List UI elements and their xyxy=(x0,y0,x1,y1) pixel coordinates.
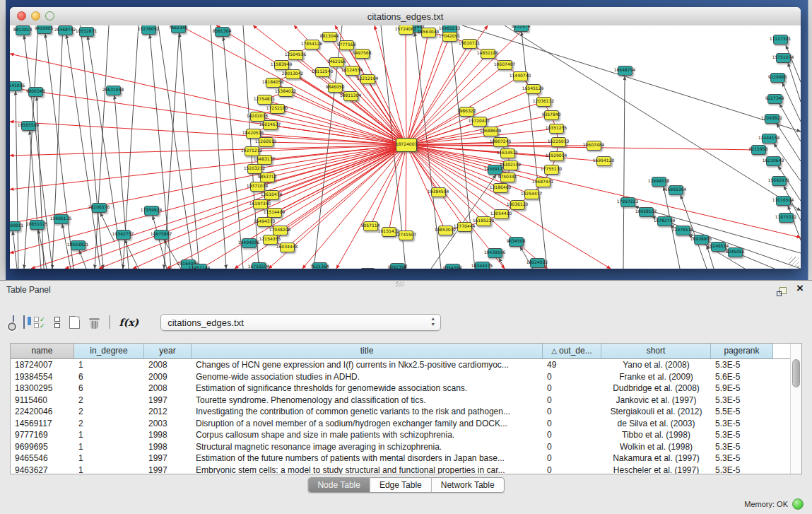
table-row[interactable]: 1872400712008Changes of HCN gene express… xyxy=(11,359,801,371)
network-node[interactable]: 19610721 xyxy=(462,39,477,49)
table-row[interactable]: 911546021997Tourette syndrome. Phenomeno… xyxy=(11,395,801,407)
network-node[interactable]: 12444154 xyxy=(762,134,777,144)
network-node[interactable]: 9357840 xyxy=(544,110,559,120)
network-node[interactable]: 16648794 xyxy=(618,66,632,76)
network-node[interactable]: 9416905 xyxy=(37,25,52,34)
network-node[interactable]: 7625364 xyxy=(312,262,327,269)
network-node[interactable]: 9846050 xyxy=(328,83,343,93)
network-node[interactable]: 10254417 xyxy=(524,189,539,199)
network-node[interactable]: 11875312 xyxy=(779,213,794,223)
network-node[interactable]: 20206576 xyxy=(92,203,107,213)
network-node[interactable]: 15954120 xyxy=(596,156,611,166)
minimize-button[interactable] xyxy=(31,11,40,21)
delete-columns-icon[interactable] xyxy=(89,316,100,329)
table-row[interactable]: 946362711997Embryonic stem cells: a mode… xyxy=(11,465,801,475)
network-node[interactable]: 9354584 xyxy=(445,264,460,269)
table-row[interactable]: 1456911722003Disruption of a novel membe… xyxy=(11,418,801,430)
network-node[interactable]: 12504556 xyxy=(288,50,303,60)
network-node[interactable]: 8215958 xyxy=(751,145,766,155)
network-node[interactable]: 11451144 xyxy=(192,264,207,269)
network-node[interactable]: 15751074 xyxy=(776,53,791,63)
network-node[interactable]: 16938905 xyxy=(694,235,709,245)
close-button[interactable] xyxy=(17,11,26,21)
table-row[interactable]: 977716911998Corpus callosum shape and si… xyxy=(11,429,801,441)
column-header-pagerank[interactable]: pagerank xyxy=(711,344,773,358)
network-node[interactable]: 16955364 xyxy=(669,185,683,195)
close-panel-icon[interactable]: × xyxy=(796,282,804,294)
column-header-name[interactable]: name xyxy=(11,344,74,358)
network-node[interactable]: 11514409 xyxy=(267,208,282,218)
column-header-out_degree[interactable]: △out_de... xyxy=(543,344,601,358)
network-node[interactable]: 20013042 xyxy=(286,69,300,79)
network-node[interactable]: 11583949 xyxy=(274,60,289,70)
network-node[interactable]: 10246514 xyxy=(711,242,726,252)
network-node[interactable]: 18420516 xyxy=(246,129,261,139)
network-node[interactable]: 11614521 xyxy=(500,148,515,158)
network-node[interactable]: 18503821 xyxy=(71,240,86,250)
network-node[interactable]: 15203212 xyxy=(247,164,262,174)
network-node[interactable]: 9634508 xyxy=(509,237,524,247)
network-node[interactable]: 20368752 xyxy=(58,25,73,35)
table-row[interactable]: 1830029562008Estimation of significance … xyxy=(11,382,801,395)
network-node[interactable]: 10351255 xyxy=(549,124,564,134)
network-node[interactable]: 16302102 xyxy=(503,160,518,170)
network-node[interactable]: 9245052 xyxy=(728,247,743,257)
network-node[interactable]: 17957223 xyxy=(620,197,635,207)
network-node[interactable]: 9057114 xyxy=(363,221,378,231)
scrollbar-thumb[interactable] xyxy=(792,359,800,387)
network-node[interactable]: 10851025 xyxy=(30,220,45,230)
network-node[interactable]: 16124554 xyxy=(345,66,360,76)
network-node[interactable]: 10811304 xyxy=(343,91,358,101)
network-node[interactable]: 11929014 xyxy=(549,151,564,161)
function-builder-icon[interactable]: f(x) xyxy=(119,317,139,328)
network-node[interactable]: 9129966 xyxy=(770,73,785,83)
network-node[interactable]: 9853712 xyxy=(260,173,275,182)
tab-network-table[interactable]: Network Table xyxy=(432,478,504,492)
network-node[interactable]: 14851180 xyxy=(481,49,495,59)
network-node[interactable]: 11440740 xyxy=(513,71,528,81)
network-node[interactable]: 13054410 xyxy=(494,209,509,219)
network-node[interactable]: 8581304 xyxy=(215,27,230,37)
network-node[interactable]: 18036120 xyxy=(510,200,525,210)
network-node[interactable]: 17042091 xyxy=(442,32,457,42)
tab-node-table[interactable]: Node Table xyxy=(308,478,370,492)
network-node[interactable]: 16185220 xyxy=(476,216,491,226)
network-node[interactable]: 18024502 xyxy=(530,258,545,268)
network-node[interactable]: 12093822 xyxy=(765,114,779,124)
network-node[interactable]: 19371034 xyxy=(250,182,265,192)
network-node[interactable]: 10439596 xyxy=(488,248,502,258)
network-node[interactable]: 20631058 xyxy=(106,86,121,95)
network-node[interactable]: 16782759 xyxy=(657,216,672,226)
table-row[interactable]: 1938455462009Genome-wide association stu… xyxy=(11,371,801,383)
network-node[interactable]: 10483137 xyxy=(257,155,272,165)
network-node[interactable]: 16793204 xyxy=(252,262,266,269)
network-node[interactable]: 10151432 xyxy=(382,227,396,237)
network-node[interactable]: 12212104 xyxy=(360,74,375,84)
network-node[interactable]: 18112540 xyxy=(315,67,330,77)
split-pane-grip-icon[interactable] xyxy=(396,281,404,287)
network-node[interactable]: 15494373 xyxy=(257,217,272,227)
float-panel-icon[interactable] xyxy=(777,287,787,296)
table-row[interactable]: 2242004622012Investigating the contribut… xyxy=(11,406,801,418)
network-node[interactable]: 10688609 xyxy=(483,127,498,136)
table-row[interactable]: 946554611997Estimation of the future num… xyxy=(11,452,801,465)
network-node[interactable]: 19384554 xyxy=(431,187,446,197)
network-node[interactable]: 10607484 xyxy=(587,141,601,151)
network-node[interactable]: 21590811 xyxy=(10,221,20,231)
network-node[interactable]: 15724061 xyxy=(399,25,413,35)
network-node[interactable]: 20541016 xyxy=(10,81,22,91)
table-options-icon[interactable] xyxy=(13,316,14,329)
network-node[interactable]: 19404056 xyxy=(242,238,257,248)
network-node[interactable]: 7462166 xyxy=(329,57,344,67)
network-node[interactable]: 9777169 xyxy=(339,40,354,50)
network-node[interactable]: 8131974 xyxy=(514,25,529,32)
memory-indicator[interactable] xyxy=(792,498,804,510)
network-node[interactable]: 9092394 xyxy=(390,263,405,269)
network-node[interactable]: 10552871 xyxy=(79,27,94,37)
network-node[interactable]: 9806548 xyxy=(28,87,43,97)
delete-table-icon[interactable] xyxy=(109,316,110,329)
network-node[interactable]: 15905135 xyxy=(54,214,69,224)
network-node[interactable]: 6497568 xyxy=(355,49,370,59)
network-node[interactable]: 12976510 xyxy=(676,226,690,235)
network-node[interactable]: 16545129 xyxy=(526,84,541,94)
